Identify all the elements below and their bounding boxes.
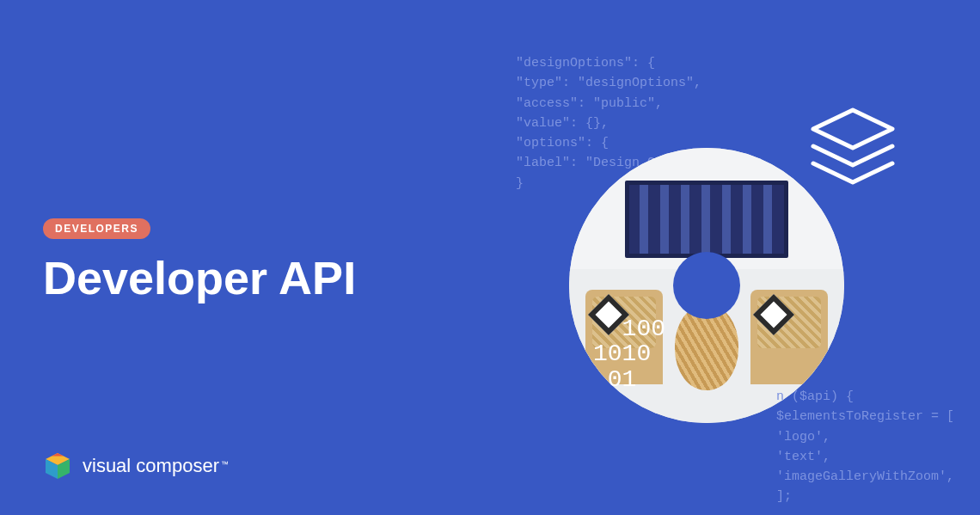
visual-composer-cube-icon <box>43 451 72 481</box>
brand: visual composer™ <box>43 451 229 481</box>
brand-name-wrap: visual composer™ <box>83 455 229 477</box>
svg-marker-5 <box>52 453 64 457</box>
layers-icon <box>806 107 899 189</box>
binary-overlay: 100 1010 01 <box>593 316 665 392</box>
page-title: Developer API <box>43 251 356 304</box>
brand-name: visual composer <box>83 455 219 476</box>
developers-badge: DEVELOPERS <box>43 218 150 239</box>
svg-marker-1 <box>813 110 892 148</box>
badge-label: DEVELOPERS <box>55 223 138 235</box>
code-snippet-bottom: n ($api) { $elementsToRegister = [ 'logo… <box>776 387 954 507</box>
svg-rect-0 <box>702 299 711 308</box>
trademark-symbol: ™ <box>221 460 229 469</box>
